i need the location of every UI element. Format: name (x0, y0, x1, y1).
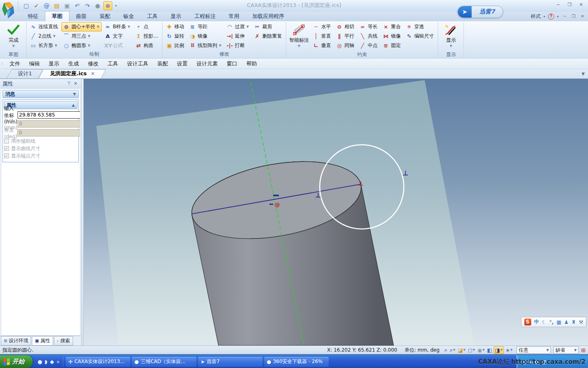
display-style-icon[interactable]: ◨▼ (494, 346, 504, 354)
style-mode-dropdown[interactable]: 缺省▼ (553, 346, 579, 354)
close-button[interactable]: ✕ (577, 2, 585, 8)
design-tree-icon[interactable]: ⊛ (103, 1, 112, 10)
文字-button[interactable]: A文字 (102, 31, 132, 41)
snap-mode-dropdown[interactable]: 任意▼ (517, 346, 551, 354)
minimize-button[interactable]: ─ (555, 2, 562, 8)
web-document-icon[interactable]: @ (42, 1, 51, 10)
menu-设置[interactable]: 设置 (172, 59, 192, 69)
settings-gear-icon[interactable]: ∗▼ (505, 347, 513, 354)
help-dropdown-arrow[interactable]: ▾ (557, 15, 559, 18)
taskbar-task-CAXA实体设计2013...[interactable]: ✣CAXA实体设计2013... (66, 357, 130, 367)
style-dropdown[interactable]: 样式 (531, 13, 541, 20)
panel-close-icon[interactable]: ✕ (72, 81, 79, 86)
help-button[interactable]: ? (548, 13, 554, 20)
menu-窗口[interactable]: 窗口 (222, 59, 242, 69)
2点线-button[interactable]: ╱2点线▼ (28, 31, 60, 41)
undo-icon[interactable]: ↶ (73, 1, 82, 10)
过渡-button[interactable]: ◠过渡▼ (225, 22, 251, 31)
构造-button[interactable]: ⇄构造 (134, 41, 160, 50)
menu-设计元素[interactable]: 设计元素 (192, 59, 222, 69)
圆心+半径-button[interactable]: ⊙圆心+半径▼ (61, 22, 102, 31)
打断-button[interactable]: -|-打断 (225, 41, 251, 50)
竖直-button[interactable]: │竖直 (311, 31, 333, 41)
点-button[interactable]: •点 (134, 22, 160, 31)
显示-button[interactable]: 显示▼ (440, 22, 462, 51)
taskbar-task-三维CAD（实体设...[interactable]: ●三维CAD（实体设... (132, 357, 196, 367)
ql-more-icon[interactable]: » (56, 359, 60, 365)
wrench-icon[interactable]: ⚒ (579, 319, 584, 325)
ribbon-tab-装配[interactable]: 装配 (93, 11, 117, 21)
insert-view-icon[interactable]: ◪▼ (457, 347, 466, 354)
ribbon-tab-加载应用程序[interactable]: 加载应用程序 (246, 11, 291, 21)
垂直-button[interactable]: ∟垂直 (311, 41, 333, 50)
doc-minimize-button[interactable]: ─ (561, 14, 568, 19)
相切-button[interactable]: ⊘相切 (334, 22, 356, 31)
ribbon-tab-曲面[interactable]: 曲面 (69, 11, 93, 21)
xunlei-floating-widget[interactable]: ➤ 迅雷7 (457, 6, 503, 18)
new-document-icon[interactable]: ▢ (22, 1, 31, 10)
open-folder-icon[interactable]: ▤ (52, 1, 61, 10)
连续直线-button[interactable]: ∿连续直线 (28, 22, 60, 31)
panel-tab-属性[interactable]: ▣属性 (32, 336, 53, 346)
menu-文件[interactable]: 文件 (5, 59, 24, 69)
punctuation-icon[interactable]: °, (549, 319, 554, 325)
doc-restore-button[interactable]: ❐ (570, 14, 577, 19)
镜像-button[interactable]: ⋈镜像 (381, 31, 403, 41)
viewport-canvas[interactable]: ⊥⊥@⊥ (84, 79, 588, 346)
裁剪-button[interactable]: ✂裁剪 (252, 22, 284, 31)
moon-icon[interactable]: ☾ (542, 319, 546, 325)
ribbon-tab-常用[interactable]: 常用 (222, 11, 246, 21)
close-icon[interactable]: × (91, 71, 95, 76)
延伸-button[interactable]: →|延伸 (225, 31, 251, 41)
zoom-icon[interactable]: ⌕ (443, 346, 448, 354)
restore-button[interactable]: ❐ (566, 2, 573, 8)
穿透-button[interactable]: ✳穿透 (404, 22, 436, 31)
menu-设计工具[interactable]: 设计工具 (122, 59, 153, 69)
同轴-button[interactable]: ◎同轴 (334, 41, 356, 50)
ribbon-tab-钣金[interactable]: 钣金 (117, 11, 140, 21)
投影-button[interactable]: ↥投影... (134, 31, 160, 41)
输入坐标(mm)-field[interactable] (18, 111, 80, 119)
B样条-button[interactable]: ≈B样条▼ (102, 22, 132, 31)
sogou-icon[interactable]: S (524, 319, 531, 325)
menu-帮助[interactable]: 帮助 (242, 59, 261, 69)
ribbon-tab-工程标注[interactable]: 工程标注 (188, 11, 222, 21)
线型阵列-button[interactable]: ⠿线型阵列▼ (187, 41, 224, 50)
panel-tab-搜索[interactable]: ⌕搜索 (54, 336, 73, 346)
平行-button[interactable]: ∥平行 (334, 31, 356, 41)
view-cube-icon[interactable]: ◻▼ (467, 347, 476, 354)
user-icon[interactable]: ♟ (564, 319, 569, 325)
section-header-message[interactable]: 消息▼ (2, 90, 79, 98)
menu-工具[interactable]: 工具 (103, 59, 122, 69)
旋转-button[interactable]: ↻旋转 (164, 31, 187, 41)
水平-button[interactable]: ─水平 (311, 22, 333, 31)
toolbar-options-icon[interactable]: ▾ (114, 1, 118, 10)
比例-button[interactable]: ▣比例 (164, 41, 187, 50)
style-dropdown-arrow[interactable]: ▾ (543, 15, 545, 18)
doc-close-button[interactable]: ✕ (579, 14, 586, 19)
menu-编辑[interactable]: 编辑 (24, 59, 44, 69)
ql-player-icon[interactable]: ◗ (45, 359, 47, 365)
redo-icon[interactable]: ↷ (83, 1, 92, 10)
ql-green-icon[interactable]: ● (38, 359, 42, 365)
固定-button[interactable]: ≡固定 (381, 41, 403, 50)
长方形-button[interactable]: ▭长方形▼ (28, 41, 60, 50)
ime-toolbar[interactable]: S中☾°,▦♟♜⚒ (521, 317, 586, 327)
skin-icon[interactable]: ♜ (572, 319, 576, 325)
panel-tab-设计环境[interactable]: ⊞设计环境 (1, 336, 31, 346)
用三点-button[interactable]: ⌒用三点▼ (61, 31, 102, 41)
doc-tab-设计1[interactable]: 设计1 (9, 69, 41, 79)
共线-button[interactable]: ╲共线 (357, 31, 380, 41)
save-icon[interactable]: ▣ (62, 1, 71, 10)
镜像-button[interactable]: ◑镜像 (187, 31, 224, 41)
ribbon-tab-草图[interactable]: 草图 (45, 11, 69, 21)
doc-tab-见洪固定座.ics[interactable]: 见洪固定座.ics× (41, 69, 104, 79)
taskbar-task-迅雷7[interactable]: ➤迅雷7 (198, 357, 263, 367)
ribbon-tab-特征[interactable]: 特征 (21, 11, 45, 21)
中点-button[interactable]: ╱中点 (357, 41, 380, 50)
ribbon-tab-显示[interactable]: 显示 (164, 11, 188, 21)
sphere-icon[interactable]: ● (93, 1, 102, 10)
menu-修改[interactable]: 修改 (83, 59, 103, 69)
等长-button[interactable]: =等长 (357, 22, 380, 31)
pin-icon[interactable]: ⊤ (66, 81, 72, 86)
